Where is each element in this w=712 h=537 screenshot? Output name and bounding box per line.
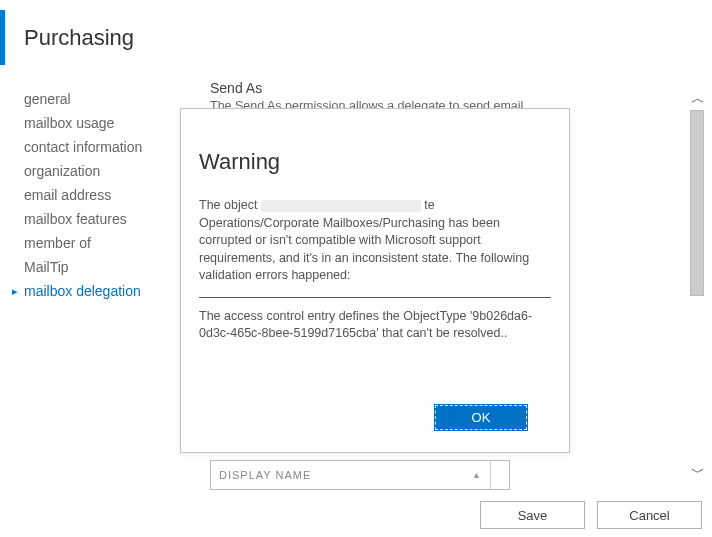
dialog-title: Warning: [199, 149, 551, 175]
nav-item-mailbox-usage[interactable]: mailbox usage: [24, 111, 194, 135]
column-header-label: DISPLAY NAME: [219, 469, 311, 481]
footer-buttons: Save Cancel: [480, 501, 702, 529]
ok-button[interactable]: OK: [435, 405, 527, 430]
sidebar: Purchasing general mailbox usage contact…: [24, 25, 194, 303]
nav-list: general mailbox usage contact informatio…: [24, 87, 194, 303]
scroll-thumb[interactable]: [690, 110, 704, 296]
dialog-divider: [199, 297, 551, 298]
column-header-display-name[interactable]: DISPLAY NAME ▲: [211, 461, 491, 489]
warning-dialog: Warning The object te Operations/Corpora…: [180, 108, 570, 453]
dialog-body-prefix: The object: [199, 198, 261, 212]
dialog-body: The object te Operations/Corporate Mailb…: [199, 197, 551, 343]
nav-item-email-address[interactable]: email address: [24, 183, 194, 207]
nav-item-contact-information[interactable]: contact information: [24, 135, 194, 159]
nav-item-general[interactable]: general: [24, 87, 194, 111]
save-button[interactable]: Save: [480, 501, 585, 529]
scrollbar[interactable]: ︿ ﹀: [690, 90, 706, 480]
nav-item-organization[interactable]: organization: [24, 159, 194, 183]
list-table[interactable]: DISPLAY NAME ▲: [210, 460, 510, 490]
dialog-detail: The access control entry defines the Obj…: [199, 309, 532, 341]
sort-asc-icon: ▲: [472, 470, 482, 480]
nav-item-member-of[interactable]: member of: [24, 231, 194, 255]
nav-item-mailtip[interactable]: MailTip: [24, 255, 194, 279]
scroll-up-icon[interactable]: ︿: [690, 90, 706, 106]
nav-item-mailbox-delegation[interactable]: mailbox delegation: [24, 279, 194, 303]
scroll-down-icon[interactable]: ﹀: [690, 464, 706, 480]
section-header-send-as: Send As: [210, 80, 682, 96]
dialog-footer: OK: [435, 405, 527, 430]
cancel-button[interactable]: Cancel: [597, 501, 702, 529]
redacted-object-path: [261, 200, 421, 212]
page-title: Purchasing: [24, 25, 194, 51]
nav-item-mailbox-features[interactable]: mailbox features: [24, 207, 194, 231]
